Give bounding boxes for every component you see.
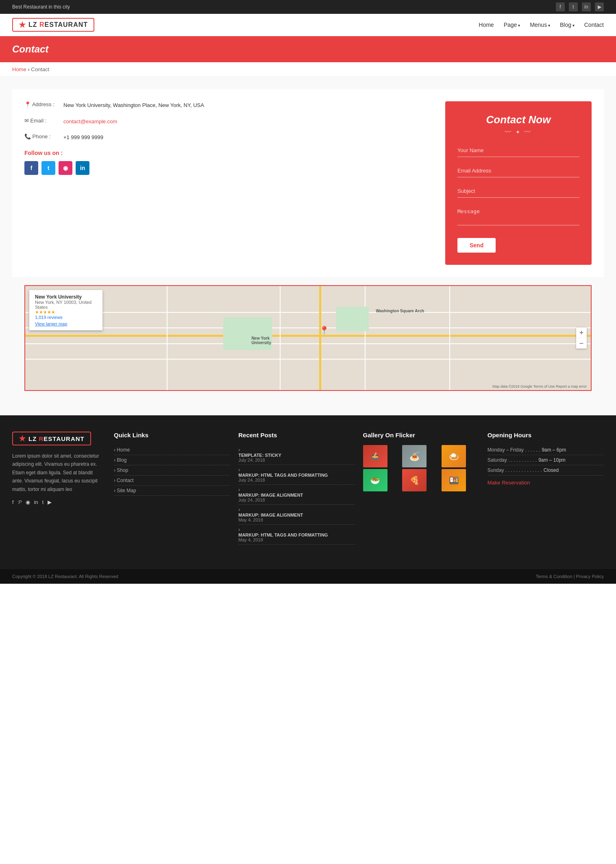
map-footer: Map data ©2019 Google Terms of Use Repor… bbox=[492, 384, 587, 388]
nav-contact[interactable]: Contact bbox=[584, 22, 604, 28]
post-title-5[interactable]: Markup: HTML Tags And Formatting bbox=[238, 532, 355, 537]
footer-section: LZ RESTAURANT Lorem ipsum dolor sit amet… bbox=[0, 415, 616, 569]
phone-label: 📞 Phone : bbox=[24, 133, 57, 140]
address-label: 📍 Address : bbox=[24, 101, 57, 107]
map-pin: 📍 bbox=[319, 325, 329, 335]
footer-social-tw[interactable]: t bbox=[42, 499, 44, 506]
quick-links-list: Home Blog Shop Contact Site Map bbox=[114, 445, 230, 496]
hours-mf: Monday – Friday . . . . . . 9am – 6pm bbox=[488, 445, 604, 455]
top-social-tw[interactable]: t bbox=[569, 2, 578, 11]
map-stars: ★★★★★ bbox=[35, 310, 97, 315]
road-thick-h1 bbox=[25, 335, 591, 337]
map-view-larger[interactable]: View larger map bbox=[35, 321, 97, 326]
post-title-4[interactable]: Markup: Image Alignment bbox=[238, 513, 355, 517]
top-bar-social: f t in ▶ bbox=[556, 2, 604, 11]
hours-day-mf: Monday – Friday . . . . . . bbox=[488, 447, 540, 453]
make-reservation-link[interactable]: Make Reservation bbox=[488, 480, 530, 486]
quick-link-home[interactable]: Home bbox=[114, 445, 230, 455]
map-label-nyu: New YorkUniversity bbox=[251, 336, 271, 345]
map-container: New YorkUniversity Washington Square Arc… bbox=[24, 285, 592, 391]
footer-logo-icon bbox=[19, 435, 26, 442]
breadcrumb-home[interactable]: Home bbox=[12, 66, 26, 72]
quick-link-shop[interactable]: Shop bbox=[114, 465, 230, 476]
post-date-2: July 24, 2018 bbox=[238, 478, 355, 482]
post-title-1[interactable]: TEMPLATE: STICKY bbox=[238, 453, 355, 458]
top-bar-tagline: Best Restaurant in this city bbox=[12, 4, 70, 10]
privacy-link[interactable]: Privacy Policy bbox=[576, 574, 604, 579]
name-input[interactable] bbox=[457, 144, 579, 157]
phone-value: +1 999 999 9999 bbox=[63, 133, 103, 142]
hours-sun: Sunday . . . . . . . . . . . . . . Close… bbox=[488, 465, 604, 476]
map-controls: + − bbox=[576, 327, 587, 349]
address-row: 📍 Address : New York University, Washing… bbox=[24, 101, 433, 109]
gallery-thumb-6[interactable]: 🍱 bbox=[442, 469, 466, 491]
message-field-wrapper bbox=[457, 205, 579, 227]
site-logo[interactable]: LZ RESTAURANT bbox=[12, 18, 94, 32]
email-input[interactable] bbox=[457, 164, 579, 177]
footer-social-yt[interactable]: ▶ bbox=[48, 499, 52, 506]
footer-bottom: Copyright © 2018 LZ Restaurant. All Righ… bbox=[0, 569, 616, 584]
quick-link-contact[interactable]: Contact bbox=[114, 476, 230, 486]
footer-social-icons: f 𝓟 ◉ in t ▶ bbox=[12, 499, 102, 506]
email-link[interactable]: contact@example.com bbox=[63, 118, 117, 124]
gallery-thumb-3[interactable]: 🍛 bbox=[442, 445, 466, 467]
map-reviews[interactable]: 1,019 reviews bbox=[35, 315, 63, 320]
footer-recent-posts: Recent Posts TEMPLATE: STICKY July 24, 2… bbox=[238, 432, 355, 545]
terms-link[interactable]: Terms & Condition bbox=[536, 574, 572, 579]
map-placeholder: New YorkUniversity Washington Square Arc… bbox=[25, 286, 591, 390]
footer-social-fb[interactable]: f bbox=[12, 499, 14, 506]
message-textarea[interactable] bbox=[457, 205, 579, 225]
gallery-thumb-5[interactable]: 🍕 bbox=[402, 469, 427, 491]
footer-description: Lorem ipsum dolor sit amet, consectetur … bbox=[12, 452, 102, 493]
subject-input[interactable] bbox=[457, 185, 579, 198]
map-zoom-in[interactable]: + bbox=[576, 327, 587, 338]
logo-icon bbox=[19, 21, 26, 28]
gallery-thumb-1[interactable]: 🍲 bbox=[363, 445, 387, 467]
contact-social-li[interactable]: in bbox=[76, 161, 89, 175]
footer-logo: LZ RESTAURANT bbox=[12, 432, 91, 445]
send-button[interactable]: Send bbox=[457, 238, 496, 253]
nav-menus[interactable]: Menus bbox=[530, 22, 550, 28]
page-title: Contact bbox=[12, 44, 604, 55]
quick-link-sitemap[interactable]: Site Map bbox=[114, 486, 230, 496]
quick-link-blog[interactable]: Blog bbox=[114, 455, 230, 465]
main-nav: Home Page Menus Blog Contact bbox=[479, 22, 604, 28]
gallery-thumb-2[interactable]: 🍝 bbox=[402, 445, 427, 467]
post-title-2[interactable]: MARKUP: HTML TAGS AND FORMATTING bbox=[238, 473, 355, 478]
recent-post-5: Markup: HTML Tags And Formatting May 4, … bbox=[238, 525, 355, 545]
footer-opening-hours: Opening Hours Monday – Friday . . . . . … bbox=[488, 432, 604, 545]
road-v2 bbox=[280, 286, 281, 390]
post-title-3[interactable]: MARKUP: IMAGE ALIGNMENT bbox=[238, 493, 355, 497]
hours-time-sat: 9am – 10pm bbox=[538, 457, 566, 463]
footer-columns: Quick Links Home Blog Shop Contact Site … bbox=[114, 432, 604, 545]
top-social-fb[interactable]: f bbox=[556, 2, 565, 11]
footer-social-li[interactable]: in bbox=[34, 499, 38, 506]
footer-legal-links: Terms & Condition | Privacy Policy bbox=[536, 574, 604, 579]
map-grid: New YorkUniversity Washington Square Arc… bbox=[25, 286, 591, 390]
nav-home[interactable]: Home bbox=[479, 22, 494, 28]
post-date-1: July 24, 2018 bbox=[238, 458, 355, 463]
map-zoom-out[interactable]: − bbox=[576, 338, 587, 349]
nav-blog[interactable]: Blog bbox=[560, 22, 575, 28]
top-social-li[interactable]: in bbox=[582, 2, 591, 11]
top-bar: Best Restaurant in this city f t in ▶ bbox=[0, 0, 616, 14]
footer-social-pi[interactable]: 𝓟 bbox=[18, 499, 22, 506]
post-date-4: May 4, 2018 bbox=[238, 517, 355, 522]
hours-day-sun: Sunday . . . . . . . . . . . . . . bbox=[488, 467, 542, 473]
top-social-yt[interactable]: ▶ bbox=[595, 2, 604, 11]
footer-social-ig[interactable]: ◉ bbox=[26, 499, 30, 506]
road-v4 bbox=[449, 286, 450, 390]
footer-quick-links: Quick Links Home Blog Shop Contact Site … bbox=[114, 432, 230, 545]
hours-time-sun: Closed bbox=[544, 467, 559, 473]
name-field-wrapper bbox=[457, 144, 579, 157]
opening-hours-title: Opening Hours bbox=[488, 432, 604, 439]
gallery-grid: 🍲 🍝 🍛 🥗 🍕 🍱 bbox=[363, 445, 479, 491]
logo-text: LZ RESTAURANT bbox=[28, 21, 88, 28]
gallery-thumb-4[interactable]: 🥗 bbox=[363, 469, 387, 491]
hours-time-mf: 9am – 6pm bbox=[542, 447, 566, 453]
nav-page[interactable]: Page bbox=[504, 22, 520, 28]
contact-social-tw[interactable]: t bbox=[41, 161, 55, 175]
contact-social-ig[interactable]: ◉ bbox=[59, 161, 72, 175]
contact-social-fb[interactable]: f bbox=[24, 161, 38, 175]
hours-sat: Saturday . . . . . . . . . . . 9am – 10p… bbox=[488, 455, 604, 465]
